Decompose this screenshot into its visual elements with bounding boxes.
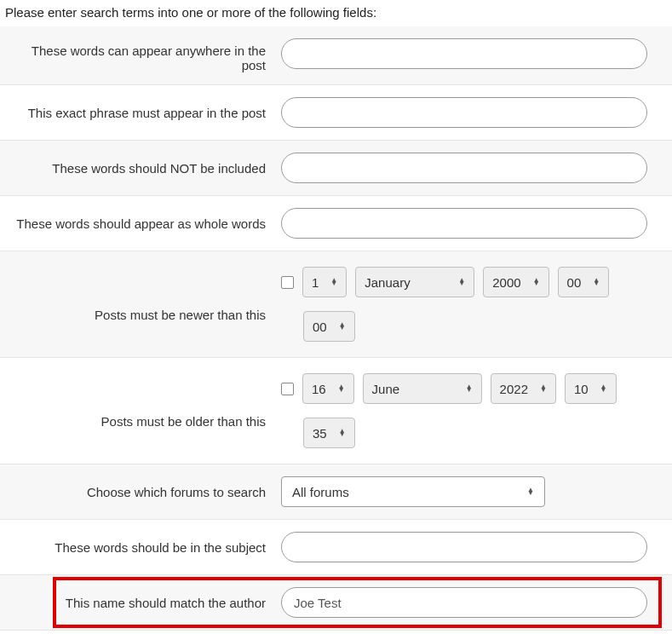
label-whole: These words should appear as whole words: [9, 216, 281, 231]
input-subject[interactable]: [281, 532, 647, 562]
select-older-hour-value: 10: [574, 382, 589, 396]
select-forums[interactable]: All forums: [281, 476, 545, 507]
checkbox-older-enable[interactable]: [281, 383, 294, 395]
select-older-month-value: June: [372, 382, 400, 396]
sort-icon: [458, 279, 465, 285]
label-anywhere: These words can appear anywhere in the p…: [9, 38, 281, 72]
sort-icon: [339, 429, 346, 436]
select-newer-minute[interactable]: 00: [303, 311, 355, 342]
select-newer-hour-value: 00: [567, 275, 582, 290]
row-whole: These words should appear as whole words: [0, 196, 672, 251]
select-newer-month-value: January: [365, 275, 410, 290]
sort-icon: [533, 279, 540, 285]
select-newer-year-value: 2000: [492, 275, 520, 290]
sort-icon: [466, 385, 473, 392]
row-anywhere: These words can appear anywhere in the p…: [0, 26, 672, 85]
sort-icon: [540, 385, 547, 392]
sort-icon: [339, 323, 346, 330]
sort-icon: [600, 385, 607, 392]
select-older-year-value: 2022: [500, 382, 528, 396]
select-older-month[interactable]: June: [363, 373, 482, 404]
sort-icon: [527, 488, 534, 495]
input-not[interactable]: [281, 153, 647, 183]
label-older: Posts must be older than this: [9, 373, 281, 429]
input-anywhere[interactable]: [281, 38, 647, 69]
row-starred: Search starred discussions only: [0, 631, 672, 634]
select-older-day[interactable]: 16: [302, 373, 354, 404]
row-forums: Choose which forums to search All forums: [0, 464, 672, 520]
label-subject: These words should be in the subject: [9, 540, 281, 555]
sort-icon: [338, 385, 345, 392]
row-newer: Posts must be newer than this 1 January …: [0, 251, 672, 358]
select-forums-value: All forums: [292, 485, 349, 499]
intro-text: Please enter search terms into one or mo…: [0, 0, 672, 26]
label-not: These words should NOT be included: [9, 161, 281, 176]
input-exact[interactable]: [281, 97, 647, 128]
select-newer-year[interactable]: 2000: [483, 267, 549, 297]
select-older-day-value: 16: [312, 382, 326, 396]
label-author: This name should match the author: [9, 596, 281, 610]
select-newer-day[interactable]: 1: [302, 267, 347, 297]
label-exact: This exact phrase must appear in the pos…: [9, 106, 281, 120]
input-author[interactable]: [281, 587, 647, 618]
label-newer: Posts must be newer than this: [9, 267, 281, 322]
input-whole[interactable]: [281, 208, 647, 239]
select-older-minute[interactable]: 35: [303, 418, 355, 448]
select-newer-hour[interactable]: 00: [558, 267, 610, 297]
select-older-year[interactable]: 2022: [491, 373, 556, 404]
select-newer-day-value: 1: [312, 275, 319, 290]
row-exact: This exact phrase must appear in the pos…: [0, 85, 672, 141]
row-older: Posts must be older than this 16 June 20…: [0, 358, 672, 464]
select-older-hour[interactable]: 10: [565, 373, 617, 404]
label-forums: Choose which forums to search: [9, 485, 281, 499]
select-newer-month[interactable]: January: [355, 267, 474, 297]
row-subject: These words should be in the subject: [0, 520, 672, 575]
sort-icon: [593, 279, 600, 285]
checkbox-newer-enable[interactable]: [281, 276, 294, 289]
select-newer-minute-value: 00: [313, 320, 327, 334]
select-older-minute-value: 35: [313, 426, 327, 441]
sort-icon: [330, 279, 337, 285]
row-author: This name should match the author: [0, 575, 672, 631]
row-not: These words should NOT be included: [0, 141, 672, 196]
